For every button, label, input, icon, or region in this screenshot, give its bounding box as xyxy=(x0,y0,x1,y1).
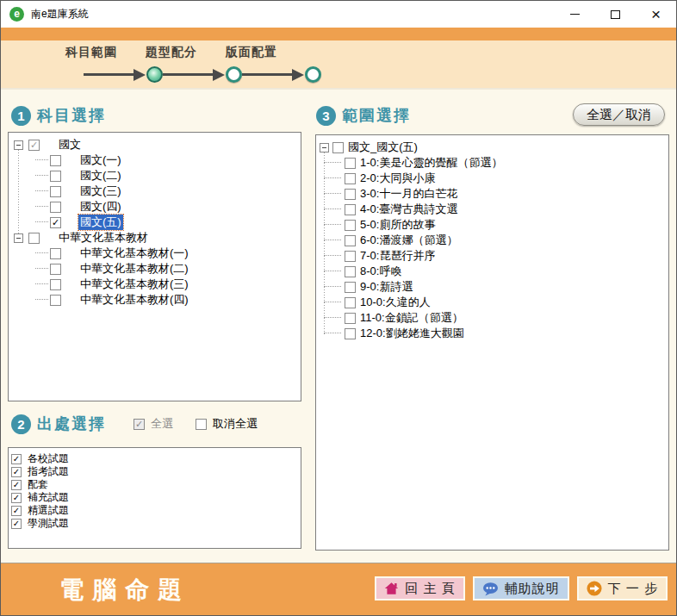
item-checkbox[interactable] xyxy=(345,328,356,339)
tree-item-label[interactable]: 中華文化基本教材(三) xyxy=(78,277,190,292)
tree-item-label[interactable]: 國文_國文(五) xyxy=(346,140,419,155)
item-checkbox[interactable] xyxy=(50,295,61,306)
item-checkbox[interactable] xyxy=(50,248,61,259)
help-button[interactable]: 輔助說明 xyxy=(473,576,569,600)
tree-item[interactable]: 國文 xyxy=(9,137,301,152)
tree-item[interactable]: 中華文化基本教材(二) xyxy=(9,261,301,277)
item-checkbox[interactable] xyxy=(50,171,61,182)
tree-item[interactable]: 國文(三) xyxy=(9,184,301,199)
tree-item[interactable]: 國文(一) xyxy=(9,152,301,168)
maximize-button[interactable] xyxy=(595,1,636,28)
tree-item[interactable]: 4-0:臺灣古典詩文選 xyxy=(316,202,668,217)
item-checkbox[interactable] xyxy=(50,264,61,275)
list-item[interactable]: 配套 xyxy=(11,478,301,491)
item-checkbox[interactable] xyxy=(50,279,61,290)
list-item[interactable]: 補充試題 xyxy=(11,491,301,504)
item-checkbox[interactable] xyxy=(11,480,22,490)
item-checkbox[interactable] xyxy=(345,297,356,308)
select-toggle-all-button[interactable]: 全選／取消 xyxy=(573,103,665,126)
item-checkbox[interactable] xyxy=(332,142,344,153)
tree-item-label[interactable]: 中華文化基本教材(一) xyxy=(78,246,190,261)
item-checkbox[interactable] xyxy=(345,204,356,215)
item-checkbox[interactable] xyxy=(28,140,40,151)
tree-item[interactable]: 中華文化基本教材(三) xyxy=(9,277,301,292)
tree-item-label[interactable]: 3-0:十一月的白芒花 xyxy=(358,186,459,202)
tree-item[interactable]: 2-0:大同與小康 xyxy=(316,171,668,186)
tree-item-label[interactable]: 7-0:琵琶行并序 xyxy=(358,248,437,264)
tree-item-label[interactable]: 中華文化基本教材(二) xyxy=(78,261,190,277)
tree-item[interactable]: 中華文化基本教材(四) xyxy=(9,292,301,308)
item-checkbox[interactable] xyxy=(345,282,356,293)
item-checkbox[interactable] xyxy=(345,173,356,184)
item-checkbox[interactable] xyxy=(11,506,22,516)
item-checkbox[interactable] xyxy=(50,155,61,166)
tree-item[interactable]: 國文(四) xyxy=(9,199,301,215)
tree-item-label[interactable]: 10-0:久違的人 xyxy=(358,295,432,310)
select-all-control[interactable]: 全選 xyxy=(134,416,173,432)
select-all-checkbox[interactable] xyxy=(134,419,145,430)
tree-item-label[interactable]: 國文(二) xyxy=(78,168,123,184)
tree-item[interactable]: 6-0:潘渡娜（節選） xyxy=(316,233,668,248)
tree-item-label[interactable]: 2-0:大同與小康 xyxy=(358,171,437,186)
tree-item-label[interactable]: 中華文化基本教材(四) xyxy=(78,292,190,308)
tree-item[interactable]: 國文(二) xyxy=(9,168,301,184)
tree-item[interactable]: 7-0:琵琶行并序 xyxy=(316,248,668,264)
item-checkbox[interactable] xyxy=(11,519,22,529)
tree-item[interactable]: 11-0:金鎖記（節選） xyxy=(316,310,668,326)
home-button[interactable]: 回 主 頁 xyxy=(375,576,464,600)
item-checkbox[interactable] xyxy=(345,235,356,246)
list-item[interactable]: 學測試題 xyxy=(11,517,301,530)
list-item[interactable]: 各校試題 xyxy=(11,452,301,465)
list-item[interactable]: 指考試題 xyxy=(11,465,301,478)
tree-item[interactable]: 10-0:久違的人 xyxy=(316,295,668,310)
item-checkbox[interactable] xyxy=(345,189,356,200)
tree-item[interactable]: 中華文化基本教材 xyxy=(9,230,301,246)
tree-item[interactable]: 8-0:呼喚 xyxy=(316,264,668,279)
item-checkbox[interactable] xyxy=(11,454,22,464)
item-checkbox[interactable] xyxy=(11,467,22,477)
collapse-expander-icon[interactable] xyxy=(320,143,329,152)
tree-item-label[interactable]: 9-0:新詩選 xyxy=(358,279,414,295)
tree-item-label[interactable]: 國文 xyxy=(57,137,83,152)
tree-item-label[interactable]: 國文(四) xyxy=(78,199,123,215)
tree-item[interactable]: 1-0:美是心靈的覺醒（節選） xyxy=(316,155,668,171)
item-checkbox[interactable] xyxy=(50,202,61,213)
tree-item[interactable]: 國文_國文(五) xyxy=(316,140,668,155)
next-step-button[interactable]: 下 一 步 xyxy=(577,576,668,600)
tree-item[interactable]: 中華文化基本教材(一) xyxy=(9,246,301,261)
tree-item-label[interactable]: 11-0:金鎖記（節選） xyxy=(358,310,465,326)
tree-item-label[interactable]: 1-0:美是心靈的覺醒（節選） xyxy=(358,155,504,171)
tree-item-label[interactable]: 國文(五) xyxy=(78,215,123,230)
tree-item[interactable]: 12-0:劉姥姥進大觀園 xyxy=(316,326,668,341)
item-checkbox[interactable] xyxy=(345,313,356,324)
tree-item-label[interactable]: 6-0:潘渡娜（節選） xyxy=(358,233,459,248)
collapse-expander-icon[interactable] xyxy=(14,233,23,243)
tree-item-label[interactable]: 4-0:臺灣古典詩文選 xyxy=(358,202,459,217)
tree-item-label[interactable]: 國文(一) xyxy=(78,152,123,168)
tree-item-label[interactable]: 5-0:廁所的故事 xyxy=(358,217,437,233)
tree-item-label[interactable]: 國文(三) xyxy=(78,184,123,199)
item-checkbox[interactable] xyxy=(28,233,40,244)
item-checkbox[interactable] xyxy=(50,217,61,228)
collapse-expander-icon[interactable] xyxy=(14,140,23,150)
list-item-label[interactable]: 學測試題 xyxy=(26,516,71,531)
item-checkbox[interactable] xyxy=(345,158,356,169)
item-checkbox[interactable] xyxy=(11,493,22,503)
tree-item[interactable]: 9-0:新詩選 xyxy=(316,279,668,295)
item-checkbox[interactable] xyxy=(345,266,356,277)
tree-item-label[interactable]: 12-0:劉姥姥進大觀園 xyxy=(358,326,466,341)
tree-item-label[interactable]: 中華文化基本教材 xyxy=(57,230,150,246)
tree-item[interactable]: 國文(五) xyxy=(9,215,301,230)
tree-item-label[interactable]: 8-0:呼喚 xyxy=(358,264,403,279)
deselect-all-checkbox[interactable] xyxy=(196,419,207,430)
item-checkbox[interactable] xyxy=(345,220,356,231)
tree-item[interactable]: 3-0:十一月的白芒花 xyxy=(316,186,668,202)
maximize-icon xyxy=(611,10,620,19)
list-item[interactable]: 精選試題 xyxy=(11,504,301,517)
minimize-button[interactable] xyxy=(555,1,595,28)
close-button[interactable] xyxy=(636,1,676,28)
item-checkbox[interactable] xyxy=(50,186,61,197)
item-checkbox[interactable] xyxy=(345,251,356,262)
deselect-all-control[interactable]: 取消全選 xyxy=(196,416,258,432)
tree-item[interactable]: 5-0:廁所的故事 xyxy=(316,217,668,233)
